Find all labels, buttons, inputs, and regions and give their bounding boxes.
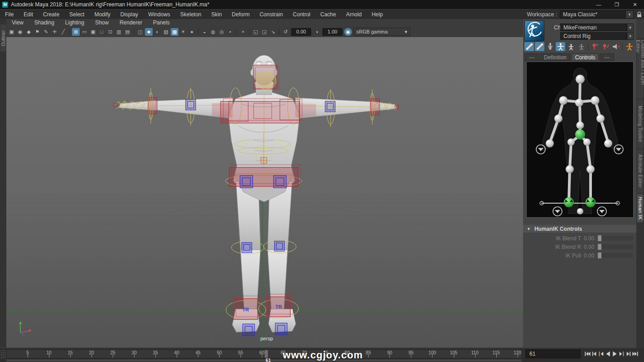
panel-menu-renderer[interactable]: Renderer [114, 19, 148, 26]
dock-tab-modeling-toolkit[interactable]: Modeling Toolkit [637, 100, 643, 148]
occlusion-icon[interactable]: ◒ [201, 28, 208, 36]
antialias-icon[interactable]: ◎ [218, 28, 226, 36]
film-gate-icon[interactable]: ▭ [81, 28, 88, 36]
image-plane-icon[interactable]: ✎ [42, 28, 50, 36]
fog-icon[interactable]: ▪ [226, 28, 234, 36]
panel-menu-shading[interactable]: Shading [29, 19, 60, 26]
grid-icon[interactable]: ⊞ [72, 28, 80, 36]
minimize-button[interactable]: — [590, 0, 608, 9]
collapse-icon[interactable]: ▼ [527, 227, 531, 231]
character-dropdown[interactable]: MikeFreeman [560, 24, 627, 31]
panel-menu-panels[interactable]: Panels [148, 19, 175, 26]
current-frame-field[interactable]: 61 [525, 349, 581, 358]
dock-tab-attribute-editor[interactable]: Attribute Editor [637, 149, 643, 193]
character-map[interactable] [526, 62, 634, 218]
lights-icon[interactable]: ☀ [179, 28, 187, 36]
keying-mode-selection-icon[interactable] [577, 42, 586, 51]
menu-arnold[interactable]: Arnold [341, 11, 367, 18]
pan-zoom-icon[interactable]: ✛ [51, 28, 58, 36]
gamma-icon[interactable]: ◑ [313, 28, 321, 36]
camera-attributes-icon[interactable]: ◉ [16, 28, 24, 36]
checker-icon[interactable]: ▩ [171, 28, 178, 36]
menu-windows[interactable]: Windows [143, 11, 175, 18]
play-backward-button[interactable] [605, 350, 611, 358]
exposure-icon[interactable]: ↺ [282, 28, 289, 36]
time-slider[interactable]: 5101520253035404550556065707580859095100… [6, 349, 522, 358]
camera-lock-icon[interactable]: ◆ [25, 28, 33, 36]
skeleton-visibility-icon[interactable] [545, 42, 555, 51]
outliner-tab[interactable]: Outliner [0, 24, 6, 52]
menu-display[interactable]: Display [115, 11, 143, 18]
bookmark-icon[interactable]: ⚑ [34, 28, 41, 36]
safe-action-icon[interactable]: ▥ [115, 28, 123, 36]
workspace-dropdown[interactable]: Maya Classic* [560, 10, 626, 19]
select-camera-icon[interactable]: ▣ [8, 28, 15, 36]
menu-skeleton[interactable]: Skeleton [175, 11, 207, 18]
control-slider-track[interactable] [598, 253, 633, 258]
menu-help[interactable]: Help [367, 11, 388, 18]
control-slider-handle[interactable] [598, 235, 601, 241]
pin-rotate-icon[interactable] [601, 42, 610, 51]
menu-cache[interactable]: Cache [315, 11, 341, 18]
control-value[interactable]: 0.00 [584, 252, 596, 259]
current-frame-marker[interactable] [264, 350, 268, 358]
resolution-gate-icon[interactable]: ▣ [89, 28, 97, 36]
xray-icon[interactable]: ◲ [260, 28, 268, 36]
character-dropdown-arrow[interactable]: ▾ [627, 24, 634, 31]
source-dropdown[interactable]: Control Rig [560, 32, 627, 40]
stance-pose-icon[interactable] [625, 42, 634, 51]
pin-translate-icon[interactable] [590, 42, 600, 51]
menu-modify[interactable]: Modify [89, 11, 115, 18]
range-slider[interactable] [6, 359, 522, 362]
view-transform-dropdown[interactable]: sRGB gamma ▾ [353, 28, 410, 36]
source-dropdown-arrow[interactable]: ▾ [627, 32, 634, 40]
menu-skin[interactable]: Skin [207, 11, 227, 18]
workspace-dropdown-arrow[interactable]: ▾ [626, 10, 634, 19]
menu-edit[interactable]: Edit [19, 11, 38, 18]
isolate-select-icon[interactable]: ◱ [252, 28, 260, 36]
menu-select[interactable]: Select [64, 11, 89, 18]
go-to-end-button[interactable] [632, 350, 639, 358]
view-transform-toggle-icon[interactable]: ◉ [344, 28, 352, 36]
step-back-frame-button[interactable] [591, 350, 598, 358]
play-forward-button[interactable] [611, 350, 618, 358]
effector-mode-icon[interactable] [535, 42, 544, 51]
manipulation-mode-icon[interactable] [524, 42, 534, 51]
shadows-icon[interactable]: ● [188, 28, 196, 36]
field-chart-icon[interactable]: ⊡ [106, 28, 114, 36]
step-forward-frame-button[interactable] [625, 350, 632, 358]
motion-blur-icon[interactable]: ◍ [209, 28, 217, 36]
dock-tab-human-ik[interactable]: Human IK [637, 194, 643, 222]
keying-mode-body-part-icon[interactable] [566, 42, 576, 51]
menu-deform[interactable]: Deform [227, 11, 255, 18]
step-back-key-button[interactable] [598, 350, 605, 358]
textured-icon[interactable]: ◐ [154, 28, 161, 36]
control-slider-track[interactable] [598, 244, 633, 249]
panel-menu-show[interactable]: Show [90, 19, 114, 26]
gate-mask-icon[interactable]: □ [98, 28, 106, 36]
dock-tab-channel-box---layer-editor[interactable]: Channel Box / Layer Editor [637, 40, 643, 99]
panel-menu-lighting[interactable]: Lighting [60, 19, 90, 26]
humanik-controls-header[interactable]: ▼ HumanIK Controls [523, 225, 636, 233]
control-slider-handle[interactable] [598, 252, 601, 258]
maximize-viewport-icon[interactable]: ↘ [269, 28, 277, 36]
control-slider-handle[interactable] [598, 244, 601, 250]
humanik-badge-icon[interactable] [524, 20, 544, 41]
menu-constrain[interactable]: Constrain [255, 11, 288, 18]
menu-file[interactable]: File [0, 11, 19, 18]
viewport-3d[interactable]: TR TR [6, 37, 523, 348]
close-button[interactable]: ✕ [626, 0, 644, 9]
safe-title-icon[interactable]: ▤ [124, 28, 131, 36]
exposure-field[interactable]: 0.00 [291, 28, 311, 36]
control-value[interactable]: 0.00 [584, 244, 596, 250]
select-highlight-icon[interactable]: ⌖ [239, 28, 247, 36]
panel-menu-view[interactable]: View [6, 19, 29, 26]
keying-mode-full-body-icon[interactable] [556, 42, 565, 51]
maximize-button[interactable]: ❐ [608, 0, 626, 9]
tab-[interactable]: --- [524, 53, 539, 61]
control-value[interactable]: 0.00 [584, 235, 596, 242]
control-slider-track[interactable] [598, 236, 633, 241]
go-to-start-button[interactable] [584, 350, 591, 358]
shaded-icon[interactable]: ■ [145, 28, 153, 36]
wireframe-icon[interactable]: ◫ [136, 28, 144, 36]
